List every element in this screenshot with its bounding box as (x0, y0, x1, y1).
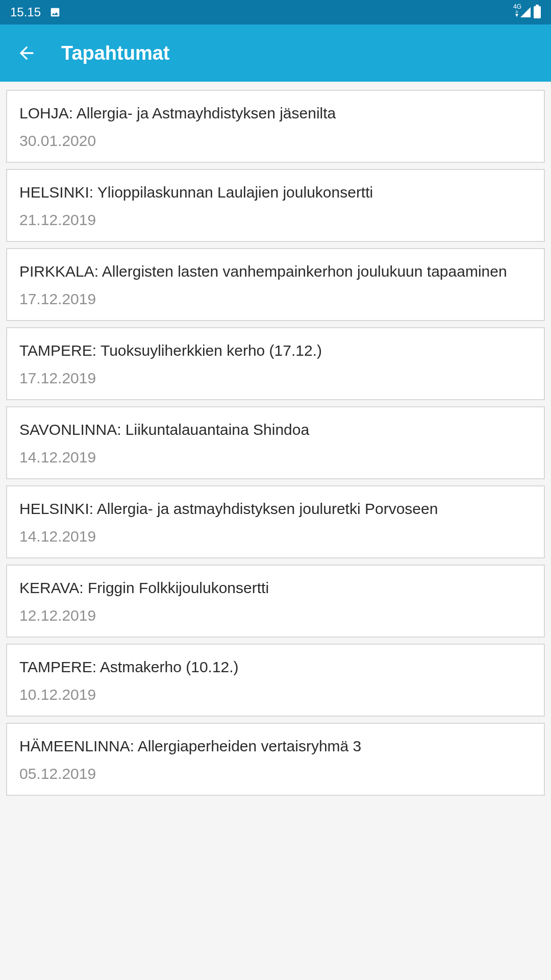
signal-triangle-icon (520, 7, 531, 17)
event-card[interactable]: HELSINKI: Allergia- ja astmayhdistyksen … (6, 485, 545, 558)
status-right: ▲ ▼ 4G (514, 6, 541, 18)
status-bar: 15.15 ▲ ▼ 4G (0, 0, 551, 24)
event-title: SAVONLINNA: Liikuntalauantaina Shindoa (19, 420, 532, 439)
event-card[interactable]: HELSINKI: Ylioppilaskunnan Laulajien jou… (6, 169, 545, 242)
app-bar: Tapahtumat (0, 24, 551, 82)
event-list[interactable]: LOHJA: Allergia- ja Astmayhdistyksen jäs… (0, 82, 551, 796)
event-date: 14.12.2019 (19, 449, 532, 466)
signal-indicator: ▲ ▼ 4G (514, 7, 531, 17)
event-title: HELSINKI: Ylioppilaskunnan Laulajien jou… (19, 182, 532, 202)
event-title: HÄMEENLINNA: Allergiaperheiden vertaisry… (19, 736, 532, 756)
event-card[interactable]: HÄMEENLINNA: Allergiaperheiden vertaisry… (6, 723, 545, 796)
event-date: 05.12.2019 (19, 765, 532, 782)
status-time: 15.15 (10, 5, 41, 19)
event-title: LOHJA: Allergia- ja Astmayhdistyksen jäs… (19, 103, 532, 123)
event-date: 21.12.2019 (19, 211, 532, 229)
event-card[interactable]: TAMPERE: Tuoksuyliherkkien kerho (17.12.… (6, 327, 545, 400)
event-date: 30.01.2020 (19, 132, 532, 150)
event-date: 14.12.2019 (19, 528, 532, 545)
event-card[interactable]: SAVONLINNA: Liikuntalauantaina Shindoa14… (6, 406, 545, 479)
event-date: 10.12.2019 (19, 686, 532, 703)
event-title: KERAVA: Friggin Folkkijoulukonsertti (19, 578, 532, 598)
event-title: PIRKKALA: Allergisten lasten vanhempaink… (19, 261, 532, 281)
event-title: TAMPERE: Astmakerho (10.12.) (19, 657, 532, 677)
page-title: Tapahtumat (61, 42, 170, 64)
status-left: 15.15 (10, 5, 61, 19)
event-card[interactable]: KERAVA: Friggin Folkkijoulukonsertti12.1… (6, 565, 545, 638)
back-button[interactable] (16, 43, 37, 63)
network-label: 4G (513, 3, 521, 10)
data-arrows-icon: ▲ ▼ (514, 9, 519, 17)
event-date: 12.12.2019 (19, 607, 532, 624)
image-icon (49, 6, 61, 18)
event-card[interactable]: PIRKKALA: Allergisten lasten vanhempaink… (6, 248, 545, 321)
event-title: TAMPERE: Tuoksuyliherkkien kerho (17.12.… (19, 340, 532, 360)
event-card[interactable]: TAMPERE: Astmakerho (10.12.)10.12.2019 (6, 644, 545, 717)
event-card[interactable]: LOHJA: Allergia- ja Astmayhdistyksen jäs… (6, 90, 545, 163)
event-date: 17.12.2019 (19, 290, 532, 308)
event-date: 17.12.2019 (19, 370, 532, 387)
event-title: HELSINKI: Allergia- ja astmayhdistyksen … (19, 499, 532, 519)
battery-icon (534, 6, 541, 18)
